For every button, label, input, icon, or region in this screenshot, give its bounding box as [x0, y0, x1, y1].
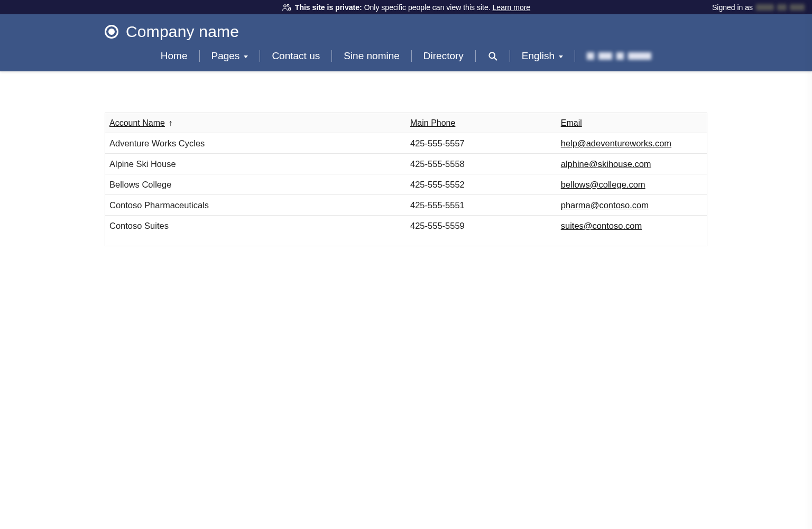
- cell-phone: 425-555-5552: [406, 174, 557, 195]
- table-row: Contoso Pharmaceuticals 425-555-5551 pha…: [105, 195, 707, 216]
- table-row: Adventure Works Cycles 425-555-5557 help…: [105, 133, 707, 154]
- nav-directory-label: Directory: [423, 50, 464, 62]
- svg-point-0: [284, 4, 287, 7]
- nav-home-label: Home: [161, 50, 188, 62]
- email-link[interactable]: alphine@skihouse.com: [561, 159, 651, 169]
- col-header-account-label: Account Name: [109, 118, 165, 127]
- table-row: Contoso Suites 425-555-5559 suites@conto…: [105, 216, 707, 246]
- col-header-account[interactable]: Account Name ↑: [105, 113, 407, 133]
- cell-email: alphine@skihouse.com: [557, 154, 707, 174]
- chevron-down-icon: [244, 55, 248, 58]
- nav-language-label: English: [522, 50, 555, 62]
- cell-account: Bellows College: [105, 174, 407, 195]
- people-lock-icon: [282, 3, 291, 12]
- cell-email: bellows@college.com: [557, 174, 707, 195]
- cell-phone: 425-555-5557: [406, 133, 557, 154]
- scrollbar[interactable]: [805, 0, 812, 529]
- banner-center: This site is private: Only specific peop…: [282, 3, 530, 12]
- table-row: Bellows College 425-555-5552 bellows@col…: [105, 174, 707, 195]
- cell-account: Adventure Works Cycles: [105, 133, 407, 154]
- sort-ascending-icon: ↑: [168, 118, 172, 127]
- cell-email: help@adeventureworks.com: [557, 133, 707, 154]
- svg-point-1: [287, 4, 289, 6]
- table-body: Adventure Works Cycles 425-555-5557 help…: [105, 133, 707, 246]
- search-icon: [487, 51, 498, 61]
- cell-email: pharma@contoso.com: [557, 195, 707, 216]
- cell-phone: 425-555-5551: [406, 195, 557, 216]
- private-site-banner: This site is private: Only specific peop…: [0, 0, 812, 14]
- nav-sine-label: Sine nomine: [344, 50, 400, 62]
- signed-in-redacted: [777, 4, 787, 11]
- nav-user-redacted[interactable]: [575, 50, 663, 62]
- banner-signed-in: Signed in as: [712, 0, 805, 14]
- signed-in-label: Signed in as: [712, 3, 753, 12]
- signed-in-redacted: [790, 4, 805, 11]
- email-link[interactable]: pharma@contoso.com: [561, 200, 649, 210]
- cell-account: Alpine Ski House: [105, 154, 407, 174]
- learn-more-link[interactable]: Learn more: [493, 3, 531, 12]
- nav-directory[interactable]: Directory: [412, 48, 475, 64]
- brand-title: Company name: [126, 23, 239, 41]
- table-header-row: Account Name ↑ Main Phone Email: [105, 113, 707, 133]
- col-header-phone[interactable]: Main Phone: [406, 113, 557, 133]
- brand-logo-icon: [105, 25, 118, 39]
- signed-in-redacted: [756, 4, 774, 11]
- primary-nav: Home Pages Contact us Sine nomine Direct…: [105, 48, 707, 71]
- email-link[interactable]: bellows@college.com: [561, 180, 645, 189]
- banner-bold-text: This site is private:: [295, 3, 362, 12]
- brand-row: Company name: [105, 23, 707, 48]
- email-link[interactable]: suites@contoso.com: [561, 221, 642, 230]
- cell-account: Contoso Suites: [105, 216, 407, 246]
- cell-phone: 425-555-5559: [406, 216, 557, 246]
- svg-rect-2: [289, 8, 291, 10]
- nav-user-blurred: [587, 52, 651, 60]
- chevron-down-icon: [559, 55, 563, 58]
- table-row: Alpine Ski House 425-555-5558 alphine@sk…: [105, 154, 707, 174]
- svg-line-4: [494, 58, 496, 60]
- nav-pages-label: Pages: [211, 50, 240, 62]
- col-header-email-label: Email: [561, 118, 582, 127]
- email-link[interactable]: help@adeventureworks.com: [561, 138, 671, 148]
- cell-account: Contoso Pharmaceuticals: [105, 195, 407, 216]
- col-header-email[interactable]: Email: [557, 113, 707, 133]
- svg-point-3: [489, 52, 495, 58]
- nav-home[interactable]: Home: [149, 48, 199, 64]
- nav-contact-label: Contact us: [272, 50, 320, 62]
- cell-email: suites@contoso.com: [557, 216, 707, 246]
- nav-pages[interactable]: Pages: [200, 48, 260, 64]
- nav-contact[interactable]: Contact us: [260, 48, 331, 64]
- accounts-table: Account Name ↑ Main Phone Email Adventur…: [105, 113, 707, 246]
- nav-search[interactable]: [476, 49, 510, 63]
- col-header-phone-label: Main Phone: [410, 118, 455, 127]
- nav-sine-nomine[interactable]: Sine nomine: [332, 48, 411, 64]
- main-content: Account Name ↑ Main Phone Email Adventur…: [94, 71, 718, 267]
- banner-text: Only specific people can view this site.: [364, 3, 491, 12]
- cell-phone: 425-555-5558: [406, 154, 557, 174]
- nav-language[interactable]: English: [510, 48, 575, 64]
- site-header: Company name Home Pages Contact us Sine …: [0, 14, 812, 71]
